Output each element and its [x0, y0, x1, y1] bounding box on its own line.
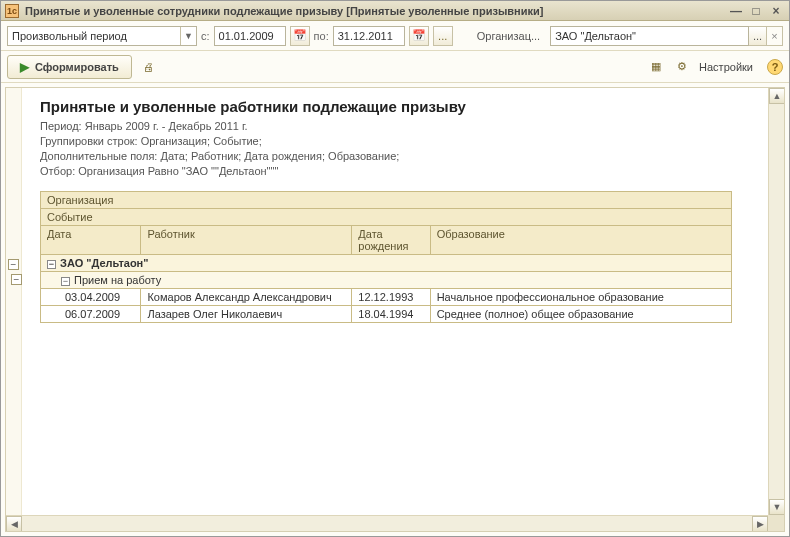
generate-label: Сформировать [35, 61, 119, 73]
expand-icon: − [47, 260, 56, 269]
scroll-left-icon[interactable]: ◀ [6, 516, 22, 532]
outline-collapse-event[interactable]: − [11, 274, 22, 285]
action-toolbar: ▶ Сформировать 🖨 ▦ ⚙ Настройки ? [1, 51, 789, 83]
title-bar: 1c Принятые и уволенные сотрудники подле… [1, 1, 789, 21]
scroll-track-h[interactable] [22, 516, 752, 531]
cell-date: 06.07.2009 [41, 306, 141, 323]
window-title: Принятые и уволенные сотрудники подлежащ… [25, 5, 725, 17]
outline-collapse-org[interactable]: − [8, 259, 19, 270]
meta-period: Период: Январь 2009 г. - Декабрь 2011 г. [40, 119, 748, 134]
scroll-up-icon[interactable]: ▲ [769, 88, 785, 104]
date-from-calendar-button[interactable]: 📅 [290, 26, 310, 46]
dropdown-icon: ▼ [180, 27, 196, 45]
generate-button[interactable]: ▶ Сформировать [7, 55, 132, 79]
window-maximize-button[interactable]: □ [747, 4, 765, 18]
scroll-right-icon[interactable]: ▶ [752, 516, 768, 532]
group-org-row[interactable]: −ЗАО "Дельтаон" [41, 255, 732, 272]
horizontal-scrollbar[interactable]: ◀ ▶ [6, 515, 768, 531]
header-row-event: Событие [41, 209, 732, 226]
cell-edu: Среднее (полное) общее образование [430, 306, 731, 323]
org-input[interactable]: ЗАО "Дельтаон" [550, 26, 749, 46]
outline-gutter: − − [6, 88, 22, 515]
cell-worker: Лазарев Олег Николаевич [141, 306, 352, 323]
header-edu: Образование [430, 226, 731, 255]
period-mode-value: Произвольный период [12, 30, 127, 42]
report-title: Принятые и уволенные работники подлежащи… [40, 98, 748, 115]
org-label: Организац... [477, 30, 540, 42]
filter-toolbar: Произвольный период ▼ с: 01.01.2009 📅 по… [1, 21, 789, 51]
org-select-button[interactable]: ... [749, 26, 767, 46]
header-org: Организация [41, 192, 732, 209]
from-label: с: [201, 30, 210, 42]
app-icon: 1c [5, 4, 19, 18]
help-button[interactable]: ? [767, 59, 783, 75]
header-worker: Работник [141, 226, 352, 255]
scroll-down-icon[interactable]: ▼ [769, 499, 785, 515]
group-org-value: ЗАО "Дельтаон" [60, 257, 148, 269]
date-from-value: 01.01.2009 [219, 30, 274, 42]
date-to-calendar-button[interactable]: 📅 [409, 26, 429, 46]
expand-icon: − [61, 277, 70, 286]
print-button[interactable]: 🖨 [140, 58, 158, 76]
window-minimize-button[interactable]: — [727, 4, 745, 18]
org-field-wrap: ЗАО "Дельтаон" ... × [544, 26, 783, 46]
group-event-value: Прием на работу [74, 274, 161, 286]
cell-bdate: 12.12.1993 [352, 289, 430, 306]
app-window: 1c Принятые и уволенные сотрудники подле… [0, 0, 790, 537]
header-date: Дата [41, 226, 141, 255]
cell-date: 03.04.2009 [41, 289, 141, 306]
cell-bdate: 18.04.1994 [352, 306, 430, 323]
to-label: по: [314, 30, 329, 42]
date-from-input[interactable]: 01.01.2009 [214, 26, 286, 46]
cell-worker: Комаров Александр Александрович [141, 289, 352, 306]
header-row-org: Организация [41, 192, 732, 209]
play-icon: ▶ [20, 60, 29, 74]
report-scroll[interactable]: Принятые и уволенные работники подлежащи… [22, 88, 768, 515]
table-row: 06.07.2009 Лазарев Олег Николаевич 18.04… [41, 306, 732, 323]
org-clear-button[interactable]: × [767, 26, 783, 46]
period-mode-select[interactable]: Произвольный период ▼ [7, 26, 197, 46]
report-table: Организация Событие Дата Работник Дата р… [40, 191, 732, 323]
scroll-corner [768, 515, 784, 531]
header-row-cols: Дата Работник Дата рождения Образование [41, 226, 732, 255]
cell-edu: Начальное профессиональное образование [430, 289, 731, 306]
settings-icon[interactable]: ⚙ [673, 58, 691, 76]
meta-fields: Дополнительные поля: Дата; Работник; Дат… [40, 149, 748, 164]
window-close-button[interactable]: × [767, 4, 785, 18]
vertical-scrollbar[interactable]: ▲ ▼ [768, 88, 784, 515]
header-bdate: Дата рождения [352, 226, 430, 255]
layout-grid-button[interactable]: ▦ [647, 58, 665, 76]
org-value: ЗАО "Дельтаон" [555, 30, 636, 42]
period-quick-button[interactable]: ... [433, 26, 453, 46]
report-area: − − Принятые и уволенные работники подле… [5, 87, 785, 532]
settings-link[interactable]: Настройки [699, 61, 753, 73]
group-event-row[interactable]: −Прием на работу [41, 272, 732, 289]
date-to-value: 31.12.2011 [338, 30, 393, 42]
scroll-track-v[interactable] [769, 104, 784, 499]
meta-filter: Отбор: Организация Равно "ЗАО ""Дельтаон… [40, 164, 748, 179]
table-row: 03.04.2009 Комаров Александр Александров… [41, 289, 732, 306]
meta-groups: Группировки строк: Организация; Событие; [40, 134, 748, 149]
header-event: Событие [41, 209, 732, 226]
date-to-input[interactable]: 31.12.2011 [333, 26, 405, 46]
